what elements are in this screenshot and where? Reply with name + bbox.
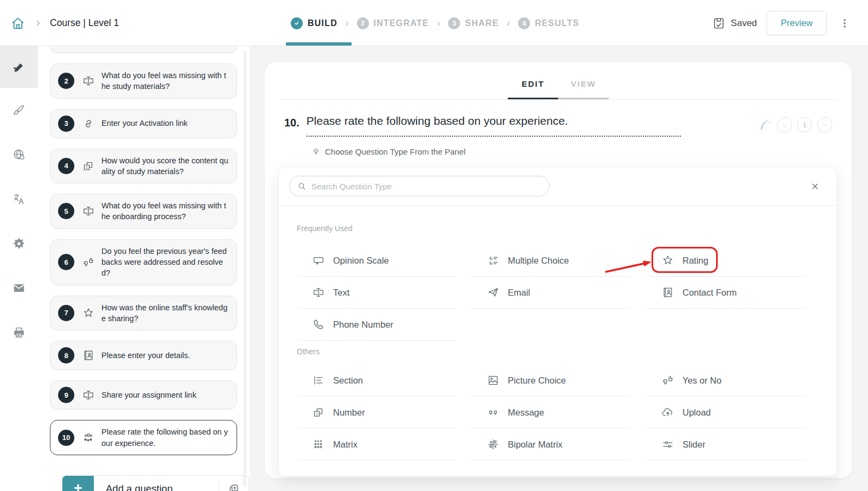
type-cell-picture-choice[interactable]: Picture Choice xyxy=(471,365,631,397)
close-icon[interactable] xyxy=(810,181,820,192)
section-icon xyxy=(312,374,325,387)
type-cell-slider[interactable]: Slider xyxy=(646,429,806,461)
dollar-button[interactable] xyxy=(797,117,812,132)
type-cell-contact-form[interactable]: Contact Form xyxy=(646,277,806,309)
plus-icon[interactable]: + xyxy=(62,475,94,491)
step-integrate[interactable]: 2INTEGRATE xyxy=(357,17,429,29)
question-card-4[interactable]: 41How would you score the content qualit… xyxy=(50,149,237,184)
rail-item-globe-settings[interactable] xyxy=(0,132,38,177)
text-icon xyxy=(312,286,325,299)
smiley-button[interactable] xyxy=(777,117,792,132)
save-icon xyxy=(712,16,726,30)
question-number-badge: 7 xyxy=(58,305,74,321)
type-cell-yes-or-no[interactable]: Yes or No xyxy=(646,365,806,397)
kebab-menu-icon[interactable] xyxy=(837,15,853,31)
dollar-icon xyxy=(800,120,810,130)
question-type-icon xyxy=(79,431,98,444)
message-icon xyxy=(487,406,500,419)
scrollbar[interactable] xyxy=(244,50,246,487)
tab-edit[interactable]: EDIT xyxy=(508,62,558,100)
rail-item-email[interactable] xyxy=(0,266,38,310)
step-results[interactable]: 4RESULTS xyxy=(518,17,579,29)
type-cell-matrix[interactable]: Matrix xyxy=(297,429,456,461)
type-label: Rating xyxy=(682,256,709,266)
type-label: Upload xyxy=(682,407,711,418)
ellipsis-button[interactable] xyxy=(817,117,832,132)
quill-icon xyxy=(757,118,772,132)
hint-label: Choose Question Type From the Panel xyxy=(325,147,465,156)
chevron-right-icon xyxy=(34,19,42,28)
rail-item-print[interactable] xyxy=(0,310,38,355)
question-card-8[interactable]: 8Please enter your details. xyxy=(50,341,237,370)
matrix-icon xyxy=(312,438,325,451)
step-separator: › xyxy=(437,18,441,29)
question-card-10[interactable]: 10Please rate the following based on you… xyxy=(50,420,237,455)
type-cell-opinion-scale[interactable]: Opinion Scale xyxy=(297,245,456,277)
rail-item-edit-question[interactable] xyxy=(0,46,38,88)
step-label: BUILD xyxy=(308,18,337,28)
question-text: How was the online staff's knowledge sha… xyxy=(101,302,229,324)
type-grid: SectionPicture ChoiceYes or No1NumberMes… xyxy=(297,365,824,461)
rail-item-design[interactable] xyxy=(0,88,38,132)
step-label: SHARE xyxy=(465,18,499,28)
question-card-7[interactable]: 7How was the online staff's knowledge sh… xyxy=(50,296,237,331)
tab-view[interactable]: VIEW xyxy=(558,62,609,100)
question-card-3[interactable]: 3Enter your Activation link xyxy=(50,109,237,138)
question-row: 10. Please rate the following based on y… xyxy=(284,114,832,137)
step-label: INTEGRATE xyxy=(374,18,429,28)
svg-text:1: 1 xyxy=(86,165,88,169)
question-type-icon xyxy=(79,256,98,269)
type-cell-upload[interactable]: Upload xyxy=(646,397,806,429)
type-cell-text[interactable]: Text xyxy=(297,277,456,309)
step-share[interactable]: 3SHARE xyxy=(448,17,499,29)
question-card-1[interactable] xyxy=(50,46,237,53)
type-cell-number[interactable]: 1Number xyxy=(297,397,456,429)
step-number-badge: 3 xyxy=(448,17,460,29)
breadcrumb: Course | Level 1 xyxy=(10,0,119,46)
chevron-right-icon xyxy=(34,19,42,28)
type-cell-rating[interactable]: Rating xyxy=(646,245,806,277)
question-number-badge: 5 xyxy=(58,203,74,219)
type-grid: Opinion ScaleMultiple ChoiceRatingTextEm… xyxy=(297,245,824,341)
add-question-button[interactable]: +Add a question xyxy=(62,475,249,491)
bipolar-matrix-icon xyxy=(487,438,500,451)
bipolar-matrix-icon-wrap xyxy=(486,438,500,451)
preview-button[interactable]: Preview xyxy=(767,11,827,35)
question-number-badge: 9 xyxy=(58,387,74,403)
question-title-input[interactable]: Please rate the following based on your … xyxy=(307,114,681,137)
type-cell-phone-number[interactable]: Phone Number xyxy=(297,309,456,341)
rail-item-settings[interactable] xyxy=(0,221,38,266)
step-label: RESULTS xyxy=(535,18,579,28)
question-card-9[interactable]: 9Share your assignment link xyxy=(50,380,237,410)
brush-icon xyxy=(12,103,26,117)
globe-icon xyxy=(12,148,26,162)
multiple-choice-icon-wrap xyxy=(486,254,500,267)
step-number-badge: 4 xyxy=(518,17,530,29)
quill-button[interactable] xyxy=(757,118,772,132)
tabs-divider xyxy=(280,99,837,100)
question-type-icon xyxy=(79,307,98,320)
question-text: What do you feel was missing with the st… xyxy=(101,70,229,92)
question-type-icon xyxy=(79,388,98,401)
type-cell-bipolar-matrix[interactable]: Bipolar Matrix xyxy=(471,429,631,461)
rail-item-translate[interactable] xyxy=(0,177,38,221)
home-icon[interactable] xyxy=(10,15,26,31)
question-card-6[interactable]: 6Do you feel the previous year's feedbac… xyxy=(50,239,237,285)
question-number-badge: 3 xyxy=(58,116,74,132)
type-cell-multiple-choice[interactable]: Multiple Choice xyxy=(471,245,631,277)
home-icon xyxy=(10,15,26,31)
yes-no-icon-wrap xyxy=(661,374,675,387)
type-cell-message[interactable]: Message xyxy=(471,397,631,429)
build-step-underline xyxy=(286,42,352,46)
question-text: Share your assignment link xyxy=(101,390,229,400)
question-card-2[interactable]: 2What do you feel was missing with the s… xyxy=(50,63,237,99)
question-card-5[interactable]: 5What do you feel was missing with the o… xyxy=(50,194,237,229)
question-text: Do you feel the previous year's feedback… xyxy=(101,246,229,279)
type-cell-email[interactable]: Email xyxy=(471,277,631,309)
search-input[interactable] xyxy=(311,177,542,195)
question-number-badge: 10 xyxy=(58,430,74,446)
step-build[interactable]: BUILD xyxy=(291,17,337,29)
type-cell-section[interactable]: Section xyxy=(297,365,456,397)
type-label: Number xyxy=(333,407,365,418)
bulb-icon xyxy=(311,147,321,156)
